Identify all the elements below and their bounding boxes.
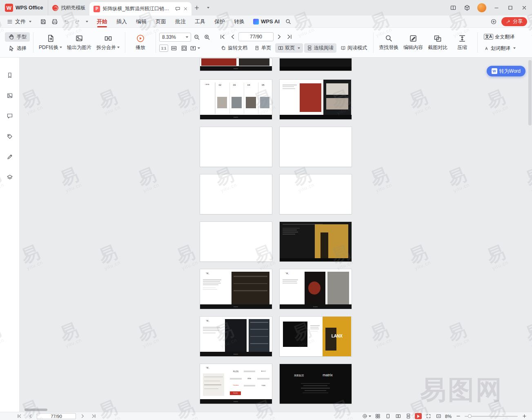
double-page-button[interactable]: 双页 [275,43,303,53]
avatar[interactable] [477,3,486,12]
pdf-convert-button[interactable]: PDF转换 [37,31,64,54]
continuous-read-button[interactable]: 连续阅读 [304,43,336,53]
print-button[interactable] [50,17,59,26]
page-thumbnail[interactable] [200,222,272,261]
actual-size-button[interactable]: 1:1 [159,45,168,52]
menu-item[interactable]: 保护 [210,16,229,28]
single-page-view-button[interactable] [384,413,392,420]
status-page-input[interactable]: 77/90 [37,413,76,419]
comments-panel-button[interactable] [4,111,16,121]
page-thumbnail[interactable]: 「M」matrix [200,317,272,356]
service-button[interactable] [489,17,498,26]
page-thumbnail[interactable]: 「M」matrix [200,269,272,309]
fullscreen-button[interactable] [425,413,432,420]
menu-item[interactable]: 转换 [229,16,249,28]
close-button[interactable] [517,0,531,16]
document-canvas[interactable]: matrix01 02 03 04CASA02030405matrix「M」ma… [20,58,532,412]
page-thumbnail[interactable]: matrix [200,58,272,71]
page-thumbnail[interactable] [200,127,272,167]
thumbnail-view-button[interactable] [374,413,381,420]
chevron-down-icon[interactable] [86,21,88,22]
split-view-button[interactable] [446,0,460,16]
page-thumbnail[interactable]: 「M」FLOSBOCCIvitra.CassinaTRIBÙCassinamat… [200,364,272,404]
page-thumbnail[interactable] [280,222,352,261]
status-zoom-in-button[interactable] [521,413,528,420]
workspace-button[interactable] [460,0,474,16]
menu-item[interactable]: 开始 [92,16,112,28]
menu-item[interactable]: 批注 [171,16,190,28]
page-thumbnail[interactable] [280,127,352,167]
continuous-view-button[interactable] [405,413,412,420]
tab-close-button[interactable] [183,6,188,11]
menu-item[interactable]: 工具 [190,16,210,28]
bookmarks-panel-button[interactable] [4,70,16,80]
next-page-button[interactable] [275,32,284,41]
wps-home-button[interactable]: W WPS Office [0,0,48,16]
status-first-page-button[interactable] [15,412,24,420]
zoom-in-button[interactable] [203,33,211,42]
single-page-button[interactable]: 单页 [252,43,274,53]
slideshow-play-button[interactable] [415,413,422,419]
maximize-button[interactable] [503,0,517,16]
double-page-view-button[interactable] [394,413,402,420]
page-thumbnail[interactable]: 旭辉集团matrix [280,364,352,404]
prev-page-button[interactable] [228,32,237,41]
zoom-slider[interactable] [465,413,518,419]
tab-docer[interactable]: 找稻壳模板 [48,0,89,16]
word-translate-button[interactable]: 划词翻译 [481,44,519,53]
split-merge-button[interactable]: 拆分合并 [94,31,122,54]
menu-item[interactable]: 插入 [112,16,131,28]
status-prev-page-button[interactable] [26,412,35,420]
page-thumbnail[interactable]: CASA02030405matrix [200,80,272,119]
convert-to-word-button[interactable]: W 转为Word [487,66,525,76]
status-zoom-out-button[interactable] [454,413,462,420]
horizontal-scrollbar[interactable] [24,409,47,411]
zoom-out-button[interactable] [192,33,201,42]
page-thumbnail[interactable] [200,174,272,214]
last-page-button[interactable] [285,32,294,41]
fit-width-button[interactable] [169,44,178,53]
menu-search-button[interactable] [284,17,293,26]
page-number-input[interactable]: 77/90 [238,32,274,41]
fit-window-button[interactable] [435,413,442,420]
page-thumbnail[interactable]: 01 02 03 04 [280,58,352,71]
redo-button[interactable] [73,17,82,26]
vertical-scrollbar[interactable] [528,60,532,125]
edit-content-button[interactable]: 编辑内容 [401,31,425,54]
layers-panel-button[interactable] [4,172,16,183]
page-thumbnail[interactable] [280,174,352,214]
fit-page-button[interactable] [180,44,189,53]
rotate-doc-button[interactable]: 旋转文档 [218,43,250,53]
zoom-slider-knob[interactable] [468,414,472,418]
page-thumbnail[interactable] [280,80,352,119]
images-panel-button[interactable] [4,90,16,101]
page-thumbnail[interactable]: 「M」matrix [280,269,352,309]
first-page-button[interactable] [218,32,227,41]
play-button[interactable]: 播放 [129,31,152,54]
select-tool-button[interactable]: 选择 [5,44,30,53]
full-translate-button[interactable]: 文A 全文翻译 [481,32,519,42]
wps-ai-button[interactable]: WPS AI [249,18,284,25]
page-thumbnail[interactable]: LANX [280,317,352,356]
menu-item[interactable]: 编辑 [131,16,151,28]
status-last-page-button[interactable] [89,412,98,420]
zoom-combobox[interactable]: 8.33% [159,33,191,42]
tags-panel-button[interactable] [4,131,16,142]
find-replace-button[interactable]: 查找替换 [377,31,401,54]
share-button[interactable]: 分享 [501,17,527,26]
new-tab-button[interactable] [191,0,202,16]
menu-item[interactable]: 页面 [151,16,171,28]
minimize-button[interactable] [490,0,503,16]
export-image-button[interactable]: 输出为图片 [65,31,93,54]
fit-options-button[interactable] [190,44,200,53]
reading-background-button[interactable] [362,413,371,420]
undo-button[interactable] [62,17,71,26]
tabs-dropdown-button[interactable] [202,0,213,16]
compress-button[interactable]: 压缩 [450,31,474,54]
screenshot-compare-button[interactable]: 截图对比 [426,31,450,54]
reading-mode-button[interactable]: 阅读模式 [338,43,370,53]
hand-tool-button[interactable]: 手型 [5,32,30,42]
file-menu-button[interactable]: 文件 [3,18,35,25]
status-next-page-button[interactable] [78,412,87,420]
save-button[interactable] [39,17,48,26]
